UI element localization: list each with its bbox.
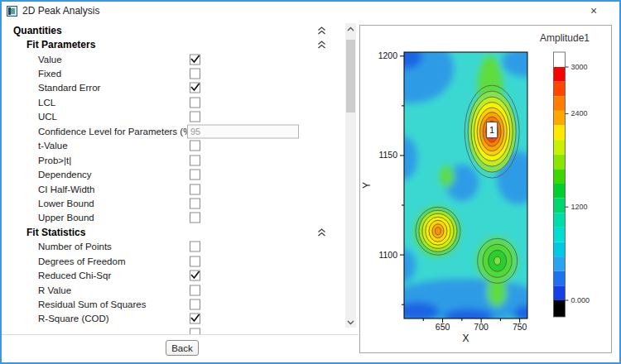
row-label: R-Square (COD) bbox=[38, 314, 109, 323]
checkbox-unchecked[interactable] bbox=[190, 97, 200, 108]
row-label: Degrees of Freedom bbox=[38, 256, 125, 266]
row-label: Residual Sum of Squares bbox=[38, 299, 146, 309]
list-item: CI Half-Width bbox=[2, 182, 359, 196]
list-item: R-Square (COD) bbox=[2, 312, 359, 326]
contour-plot: Amplitude11120011501100650700750XY300024… bbox=[360, 26, 611, 352]
row-label: UCL bbox=[38, 112, 57, 122]
collapse-chevrons-icon[interactable] bbox=[317, 41, 326, 49]
row-label: Fixed bbox=[38, 69, 61, 79]
scroll-down-icon[interactable] bbox=[345, 317, 356, 328]
collapse-chevrons-icon[interactable] bbox=[317, 26, 326, 35]
peak-contours bbox=[478, 238, 518, 283]
row-label: Value bbox=[38, 55, 62, 65]
checkbox-unchecked[interactable] bbox=[190, 299, 200, 310]
checkbox-unchecked[interactable] bbox=[190, 242, 200, 252]
checkbox-unchecked[interactable] bbox=[190, 285, 200, 295]
partial-row bbox=[2, 326, 359, 334]
scroll-up-icon[interactable] bbox=[345, 23, 356, 34]
list-item: LCL bbox=[2, 95, 359, 109]
list-item: t-Value bbox=[2, 139, 359, 153]
chart-title: Amplitude1 bbox=[540, 32, 590, 44]
checkbox-checked[interactable] bbox=[190, 271, 200, 281]
list-item: Lower Bound bbox=[2, 196, 359, 210]
colorbar-label: 3000 bbox=[571, 63, 588, 71]
checkbox-unchecked[interactable] bbox=[190, 213, 200, 223]
titlebar: 2D Peak Analysis × bbox=[2, 2, 619, 20]
collapse-chevrons-icon[interactable] bbox=[317, 228, 326, 237]
x-tick-label: 700 bbox=[474, 322, 489, 332]
list-item: Residual Sum of Squares bbox=[2, 297, 359, 311]
app-icon bbox=[7, 5, 17, 16]
row-label: Quantities bbox=[13, 25, 62, 36]
row-label: Upper Bound bbox=[38, 213, 94, 223]
row-label: Fit Statistics bbox=[26, 227, 85, 238]
y-axis-label: Y bbox=[361, 182, 373, 189]
row-label: Reduced Chi-Sqr bbox=[38, 271, 111, 280]
checkbox-checked[interactable] bbox=[190, 83, 200, 93]
list-item: Number of Points bbox=[2, 240, 359, 254]
back-button[interactable]: Back bbox=[166, 340, 199, 356]
row-label: Number of Points bbox=[38, 242, 112, 251]
colorbar-label: 1200 bbox=[571, 203, 588, 211]
list-item: Fixed bbox=[2, 66, 359, 80]
row-label: Dependency bbox=[38, 170, 92, 180]
peak-contours bbox=[416, 207, 460, 255]
preview-graph-panel: Amplitude11120011501100650700750XY300024… bbox=[359, 25, 612, 353]
checkbox-checked[interactable] bbox=[190, 314, 200, 324]
checkbox-unchecked[interactable] bbox=[190, 198, 200, 208]
y-tick-label: 1150 bbox=[378, 150, 397, 160]
row-label: Prob>|t| bbox=[38, 156, 71, 165]
y-tick-label: 1200 bbox=[378, 50, 398, 60]
vertical-scrollbar[interactable] bbox=[345, 23, 356, 328]
colorbar-label: 0.000 bbox=[571, 296, 590, 304]
list-item: Upper Bound bbox=[2, 211, 359, 225]
row-label: Standard Error bbox=[38, 83, 100, 93]
checkbox-unchecked[interactable] bbox=[190, 256, 200, 266]
subheader-row: Fit Statistics bbox=[2, 225, 359, 239]
list-item: Prob>|t| bbox=[2, 153, 359, 167]
list-item: UCL bbox=[2, 110, 359, 124]
list-item: Value bbox=[2, 52, 359, 66]
divider bbox=[2, 334, 359, 335]
row-label: R Value bbox=[38, 285, 71, 295]
row-label: t-Value bbox=[38, 141, 68, 151]
checkbox-checked[interactable] bbox=[190, 54, 200, 65]
input-row: Confidence Level for Parameters (%) bbox=[2, 124, 359, 138]
y-tick-label: 1100 bbox=[378, 250, 397, 260]
list-item: Standard Error bbox=[2, 81, 359, 95]
close-icon[interactable]: × bbox=[585, 3, 603, 18]
header-row: Quantities bbox=[2, 23, 359, 37]
row-label: Fit Parameters bbox=[26, 39, 95, 50]
quantities-list: QuantitiesFit ParametersValueFixedStanda… bbox=[2, 23, 359, 334]
checkbox-unchecked[interactable] bbox=[190, 328, 200, 334]
list-item: Dependency bbox=[2, 167, 359, 181]
list-item: Degrees of Freedom bbox=[2, 254, 359, 268]
x-tick-label: 650 bbox=[436, 322, 450, 332]
x-tick-label: 750 bbox=[513, 322, 527, 332]
row-label: LCL bbox=[38, 98, 55, 108]
colorbar-label: 2400 bbox=[571, 109, 588, 117]
checkbox-unchecked[interactable] bbox=[190, 112, 200, 122]
x-axis-label: X bbox=[462, 333, 469, 344]
list-item: Reduced Chi-Sqr bbox=[2, 268, 359, 282]
scrollbar-thumb[interactable] bbox=[346, 40, 355, 113]
confidence-level-input[interactable] bbox=[187, 124, 299, 138]
window-title: 2D Peak Analysis bbox=[22, 5, 99, 17]
subheader-row: Fit Parameters bbox=[2, 37, 359, 51]
row-label: CI Half-Width bbox=[38, 184, 94, 194]
checkbox-unchecked[interactable] bbox=[190, 69, 200, 79]
row-label: Lower Bound bbox=[38, 199, 94, 208]
checkbox-unchecked[interactable] bbox=[190, 155, 200, 165]
list-item: R Value bbox=[2, 283, 359, 297]
peak-label: 1 bbox=[489, 125, 494, 135]
checkbox-unchecked[interactable] bbox=[190, 170, 200, 180]
checkbox-unchecked[interactable] bbox=[190, 184, 200, 194]
heatmap-area: 1 bbox=[368, 34, 551, 325]
row-label: Confidence Level for Parameters (%) bbox=[38, 127, 195, 136]
dialog-2d-peak-analysis: 2D Peak Analysis × QuantitiesFit Paramet… bbox=[0, 0, 621, 364]
checkbox-unchecked[interactable] bbox=[190, 141, 200, 151]
colorbar: 3000240012000.000 bbox=[554, 52, 590, 317]
